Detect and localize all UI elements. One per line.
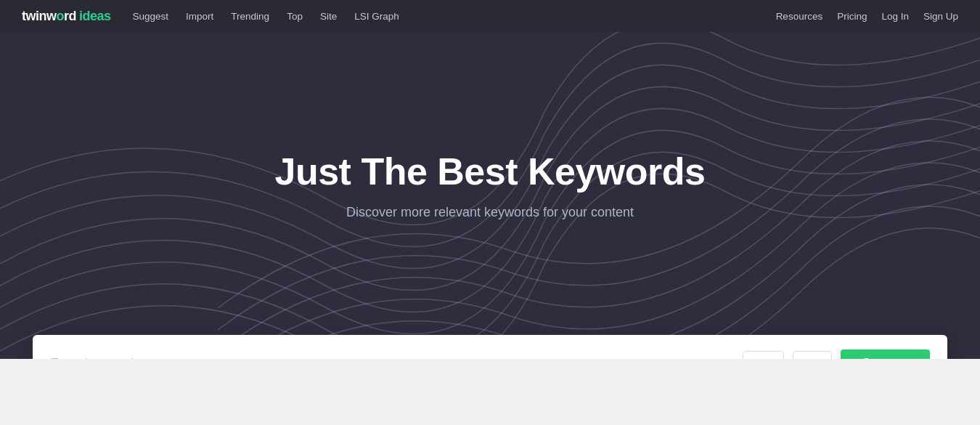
navbar: twinword ideas Suggest Import Trending T… [0, 0, 980, 32]
country-selector-button[interactable]: US [743, 351, 784, 359]
nav-suggest[interactable]: Suggest [133, 11, 169, 22]
logo-twinword: twinword [22, 9, 76, 24]
nav-resources[interactable]: Resources [776, 11, 823, 22]
nav-site[interactable]: Site [320, 11, 337, 22]
navbar-right: Resources Pricing Log In Sign Up [776, 11, 958, 22]
suggest-button[interactable]: Suggest [841, 349, 930, 359]
navbar-left: twinword ideas Suggest Import Trending T… [22, 9, 399, 24]
language-selector-button[interactable]: en [793, 351, 832, 359]
nav-top[interactable]: Top [287, 11, 303, 22]
hero-subtitle: Discover more relevant keywords for your… [275, 205, 706, 220]
nav-signup[interactable]: Sign Up [923, 11, 958, 22]
hero-content: Just The Best Keywords Discover more rel… [275, 150, 706, 220]
nav-links-left: Suggest Import Trending Top Site LSI Gra… [133, 11, 399, 22]
search-container: US en Suggest [33, 335, 947, 359]
search-input[interactable] [50, 356, 734, 360]
hero-section: Just The Best Keywords Discover more rel… [0, 32, 980, 359]
nav-pricing[interactable]: Pricing [837, 11, 867, 22]
logo[interactable]: twinword ideas [22, 9, 111, 24]
nav-trending[interactable]: Trending [231, 11, 269, 22]
logo-ideas: ideas [79, 9, 111, 24]
nav-import[interactable]: Import [186, 11, 213, 22]
nav-login[interactable]: Log In [881, 11, 909, 22]
hero-title: Just The Best Keywords [275, 150, 706, 193]
nav-lsi-graph[interactable]: LSI Graph [354, 11, 399, 22]
